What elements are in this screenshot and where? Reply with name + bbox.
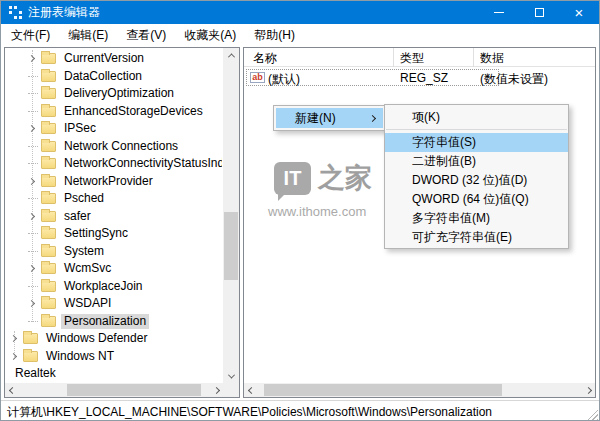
menubar-item-2[interactable]: 查看(V) xyxy=(117,24,175,47)
folder-icon xyxy=(41,193,56,204)
expand-chevron-icon[interactable] xyxy=(28,178,35,185)
tree-item-label: System xyxy=(61,244,107,259)
values-horizontal-scrollbar[interactable] xyxy=(244,383,595,397)
tree-item-windows-defender[interactable]: Windows Defender xyxy=(6,330,222,348)
scroll-left-icon[interactable] xyxy=(244,383,258,397)
menubar-item-1[interactable]: 编辑(E) xyxy=(59,24,117,47)
tree-item-label: NetworkProvider xyxy=(61,174,156,189)
value-row-default[interactable]: ab (默认) REG_SZ (数值未设置) xyxy=(246,69,499,86)
folder-icon xyxy=(41,211,56,222)
values-hscroll-thumb[interactable] xyxy=(264,384,502,396)
scroll-up-icon[interactable] xyxy=(224,48,238,62)
value-type: REG_SZ xyxy=(400,71,448,85)
resize-grip-icon[interactable] xyxy=(585,407,598,420)
tree-item-label: CurrentVersion xyxy=(61,51,147,66)
scroll-down-icon[interactable] xyxy=(224,369,238,383)
folder-icon xyxy=(41,123,56,134)
tree-item-wcmsvc[interactable]: WcmSvc xyxy=(6,260,222,278)
window-title: 注册表编辑器 xyxy=(28,4,100,21)
expand-chevron-icon[interactable] xyxy=(28,125,35,132)
column-separator[interactable] xyxy=(473,48,474,67)
column-data[interactable]: 数据 xyxy=(480,50,504,67)
tree-dash-connector xyxy=(28,251,38,252)
new-submenu: 项(K)字符串值(S)二进制值(B)DWORD (32 位)值(D)QWORD … xyxy=(384,104,569,249)
tree-horizontal-scrollbar[interactable] xyxy=(5,383,223,397)
tree-item-ipsec[interactable]: IPSec xyxy=(6,120,222,138)
folder-icon xyxy=(41,53,56,64)
tree-dash-connector xyxy=(28,321,38,322)
expand-chevron-icon[interactable] xyxy=(10,335,17,342)
tree-item-personalization[interactable]: Personalization xyxy=(6,313,222,331)
tree-item-label: IPSec xyxy=(61,121,99,136)
tree-item-label: Psched xyxy=(61,191,107,206)
expand-chevron-icon[interactable] xyxy=(28,55,35,62)
tree-item-label: DeliveryOptimization xyxy=(61,86,177,101)
menubar-item-0[interactable]: 文件(F) xyxy=(2,24,59,47)
tree-item-enhancedstoragedevices[interactable]: EnhancedStorageDevices xyxy=(6,103,222,121)
submenu-item-6[interactable]: 多字符串值(M) xyxy=(385,209,568,228)
folder-icon xyxy=(41,228,56,239)
tree-dash-connector xyxy=(28,233,38,234)
column-type[interactable]: 类型 xyxy=(400,50,424,67)
expand-chevron-icon[interactable] xyxy=(28,300,35,307)
expand-chevron-icon[interactable] xyxy=(10,353,17,360)
column-name[interactable]: 名称 xyxy=(253,50,277,67)
ithome-brand: 之家 xyxy=(318,160,372,196)
close-button[interactable]: × xyxy=(559,1,599,24)
tree-item-windows-nt[interactable]: Windows NT xyxy=(6,348,222,366)
submenu-item-2[interactable]: 字符串值(S) xyxy=(385,133,568,152)
tree-item-deliveryoptimization[interactable]: DeliveryOptimization xyxy=(6,85,222,103)
tree-item-networkprovider[interactable]: NetworkProvider xyxy=(6,173,222,191)
tree-item-label: Windows Defender xyxy=(43,331,150,346)
scroll-right-icon[interactable] xyxy=(209,383,223,397)
scroll-left-icon[interactable] xyxy=(5,383,19,397)
tree-item-currentversion[interactable]: CurrentVersion xyxy=(6,50,222,68)
menubar-item-4[interactable]: 帮助(H) xyxy=(245,24,304,47)
tree-item-networkconnectivitystatusindicator[interactable]: NetworkConnectivityStatusIndicator xyxy=(6,155,222,173)
status-bar: 计算机\HKEY_LOCAL_MACHINE\SOFTWARE\Policies… xyxy=(1,400,599,421)
menu-bar: 文件(F)编辑(E)查看(V)收藏夹(A)帮助(H) xyxy=(1,24,599,46)
tree-item-label: safer xyxy=(61,209,94,224)
tree-item-workplacejoin[interactable]: WorkplaceJoin xyxy=(6,278,222,296)
tree-item-datacollection[interactable]: DataCollection xyxy=(6,68,222,86)
menubar-item-3[interactable]: 收藏夹(A) xyxy=(175,24,245,47)
registry-icon xyxy=(9,6,22,19)
tree-hscroll-thumb[interactable] xyxy=(67,384,201,396)
tree-item-label: SettingSync xyxy=(61,226,131,241)
tree-item-psched[interactable]: Psched xyxy=(6,190,222,208)
menu-item-new-label: 新建(N) xyxy=(295,110,336,127)
tree-vertical-scrollbar[interactable] xyxy=(223,48,239,383)
menu-item-new[interactable]: 新建(N) xyxy=(276,108,383,128)
column-separator[interactable] xyxy=(393,48,394,67)
registry-editor-window: 注册表编辑器 × 文件(F)编辑(E)查看(V)收藏夹(A)帮助(H) Curr… xyxy=(0,0,600,421)
expand-chevron-icon[interactable] xyxy=(28,213,35,220)
submenu-item-7[interactable]: 可扩充字符串值(E) xyxy=(385,228,568,247)
minimize-button[interactable] xyxy=(479,1,519,24)
maximize-button[interactable] xyxy=(519,1,559,24)
tree-vscroll-thumb[interactable] xyxy=(224,212,238,280)
submenu-item-0[interactable]: 项(K) xyxy=(385,108,568,127)
expand-chevron-icon[interactable] xyxy=(28,265,35,272)
tree-item-wsdapi[interactable]: WSDAPI xyxy=(6,295,222,313)
string-value-icon: ab xyxy=(250,72,265,83)
folder-icon xyxy=(23,333,38,344)
submenu-item-3[interactable]: 二进制值(B) xyxy=(385,152,568,171)
value-data: (数值未设置) xyxy=(480,71,548,88)
tree-item-label: WorkplaceJoin xyxy=(61,279,145,294)
folder-icon xyxy=(41,176,56,187)
tree-item-safer[interactable]: safer xyxy=(6,208,222,226)
context-menu: 新建(N) xyxy=(273,105,386,131)
folder-icon xyxy=(41,281,56,292)
scroll-right-icon[interactable] xyxy=(581,383,595,397)
minimize-icon xyxy=(494,12,504,13)
tree-item-realtek[interactable]: Realtek xyxy=(6,365,222,382)
submenu-item-5[interactable]: QWORD (64 位)值(Q) xyxy=(385,190,568,209)
registry-tree-panel: CurrentVersionDataCollectionDeliveryOpti… xyxy=(4,47,240,398)
maximize-icon xyxy=(535,8,544,17)
folder-icon xyxy=(41,316,56,327)
submenu-item-4[interactable]: DWORD (32 位)值(D) xyxy=(385,171,568,190)
tree-item-settingsync[interactable]: SettingSync xyxy=(6,225,222,243)
tree-dash-connector xyxy=(28,146,38,147)
tree-item-system[interactable]: System xyxy=(6,243,222,261)
tree-item-network-connections[interactable]: Network Connections xyxy=(6,138,222,156)
